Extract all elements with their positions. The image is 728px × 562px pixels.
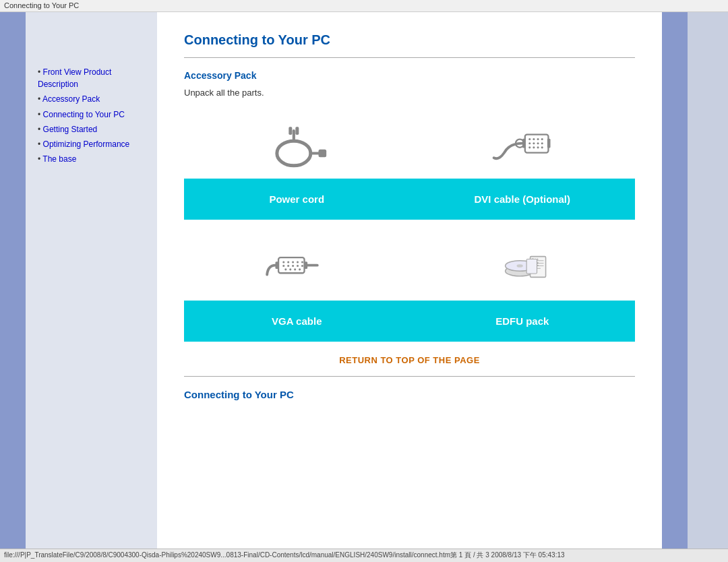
item-cell-edfu-pack: Quick Setup Guide EDFU pack [410, 233, 636, 342]
sidebar: • Front View Product Description • Acces… [26, 12, 157, 549]
sidebar-item-front-view: • Front View Product Description [38, 66, 149, 90]
svg-point-10 [541, 138, 543, 140]
svg-point-24 [287, 261, 289, 263]
svg-rect-3 [296, 127, 299, 135]
bottom-divider [184, 376, 635, 377]
right-margin [688, 12, 728, 549]
title-bar-text: Connecting to Your PC [4, 1, 79, 9]
vga-cable-icon [263, 240, 330, 294]
sidebar-item-optimizing: • Optimizing Performance [38, 138, 149, 150]
svg-point-33 [285, 268, 287, 270]
svg-point-31 [297, 265, 299, 267]
sidebar-item-base: • The base [38, 153, 149, 165]
sidebar-link-connecting[interactable]: Connecting to Your PC [43, 110, 125, 119]
section-title: Accessory Pack [184, 70, 635, 81]
bottom-section-title: Connecting to Your PC [184, 389, 635, 400]
svg-point-35 [294, 268, 296, 270]
right-accent-bar [662, 12, 688, 549]
item-cell-dvi-cable: DVI cable (Optional) [410, 111, 636, 220]
svg-point-18 [541, 146, 543, 148]
sidebar-link-getting-started[interactable]: Getting Started [43, 125, 98, 134]
edfu-pack-icon: Quick Setup Guide [489, 240, 556, 294]
svg-rect-2 [289, 127, 293, 135]
return-to-top-section: RETURN TO TOP OF THE PAGE [184, 355, 635, 365]
svg-rect-5 [319, 150, 327, 158]
bullet-3: • [38, 110, 43, 119]
sidebar-link-base[interactable]: The base [42, 154, 76, 164]
svg-rect-6 [525, 135, 549, 153]
sidebar-link-optimizing[interactable]: Optimizing Performance [43, 139, 130, 149]
grid-gap-row [184, 220, 635, 233]
dvi-cable-image-area [410, 111, 636, 179]
svg-point-0 [277, 141, 311, 166]
svg-point-36 [299, 268, 301, 270]
svg-point-29 [287, 265, 289, 267]
vga-cable-image-area [184, 233, 410, 301]
item-cell-power-cord: Power cord [184, 111, 410, 220]
status-bar: file:///P|P_TranslateFile/C9/2008/8/C900… [0, 549, 728, 562]
sidebar-item-getting-started: • Getting Started [38, 123, 149, 135]
svg-point-26 [297, 261, 299, 263]
svg-point-25 [292, 261, 294, 263]
svg-point-8 [533, 138, 535, 140]
sidebar-nav: • Front View Product Description • Acces… [38, 66, 149, 165]
svg-point-7 [528, 138, 530, 140]
svg-point-30 [292, 265, 294, 267]
svg-point-12 [533, 142, 535, 144]
item-cell-vga-cable: VGA cable [184, 233, 410, 342]
svg-rect-22 [278, 257, 304, 273]
svg-point-42 [516, 264, 522, 268]
sidebar-nav-list: • Front View Product Description • Acces… [38, 66, 149, 165]
power-cord-image-area [184, 111, 410, 179]
svg-point-17 [537, 146, 539, 148]
unpack-text: Unpack all the parts. [184, 88, 635, 98]
power-cord-icon [263, 118, 330, 172]
main-layout: • Front View Product Description • Acces… [0, 12, 728, 549]
sidebar-item-connecting: • Connecting to Your PC [38, 108, 149, 121]
svg-point-23 [282, 261, 284, 263]
edfu-pack-label: EDFU pack [410, 301, 636, 342]
sidebar-link-accessory[interactable]: Accessory Pack [42, 94, 100, 104]
svg-point-27 [301, 261, 303, 263]
svg-point-14 [541, 142, 543, 144]
svg-point-34 [289, 268, 291, 270]
left-accent-bar [0, 12, 26, 549]
content-area: Connecting to Your PC Accessory Pack Unp… [157, 12, 662, 549]
title-bar: Connecting to Your PC [0, 0, 728, 12]
return-to-top-link[interactable]: RETURN TO TOP OF THE PAGE [339, 355, 480, 365]
sidebar-link-front-view[interactable]: Front View Product Description [38, 67, 111, 89]
bullet-5: • [38, 139, 43, 149]
vga-cable-label: VGA cable [184, 301, 410, 342]
top-divider [184, 57, 635, 58]
page-title: Connecting to Your PC [184, 32, 635, 48]
svg-point-15 [528, 146, 530, 148]
dvi-cable-icon [489, 118, 556, 172]
svg-point-16 [533, 146, 535, 148]
dvi-cable-label: DVI cable (Optional) [410, 179, 636, 220]
bullet-2: • [38, 94, 42, 104]
svg-point-11 [528, 142, 530, 144]
svg-rect-51 [526, 259, 537, 274]
power-cord-label: Power cord [184, 179, 410, 220]
bullet-1: • [38, 67, 43, 77]
svg-point-28 [282, 265, 284, 267]
edfu-pack-image-area: Quick Setup Guide [410, 233, 636, 301]
bullet-4: • [38, 125, 43, 134]
svg-point-32 [301, 265, 303, 267]
svg-rect-20 [547, 139, 551, 148]
svg-point-9 [537, 138, 539, 140]
svg-point-13 [537, 142, 539, 144]
status-bar-text: file:///P|P_TranslateFile/C9/2008/8/C900… [4, 551, 565, 559]
sidebar-item-accessory: • Accessory Pack [38, 93, 149, 105]
accessories-grid: Power cord [184, 111, 635, 342]
